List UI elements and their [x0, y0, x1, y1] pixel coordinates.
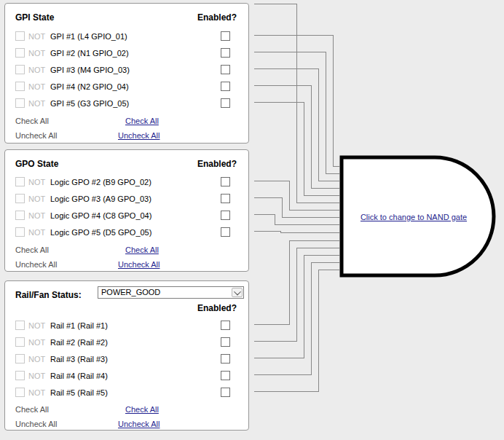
- rail-row-2: NOT Rail #2 (Rail #2): [5, 334, 248, 350]
- gpo-enabled-header: Enabled?: [197, 159, 237, 169]
- rail-row-1: NOT Rail #1 (Rail #1): [5, 317, 248, 334]
- gpo-5-not-label: NOT: [28, 228, 45, 237]
- gpi-3-enabled-checkbox[interactable]: [221, 65, 230, 74]
- gpo-3-enabled-checkbox[interactable]: [221, 194, 230, 203]
- gpi-2-enabled-checkbox[interactable]: [221, 48, 230, 58]
- rail-5-label: Rail #5 (Rail #5): [50, 388, 108, 397]
- rail-1-not-checkbox: [15, 321, 25, 330]
- gpi-enabled-check-all-link[interactable]: Check All: [125, 115, 159, 127]
- rail-enabled-uncheck-all-link[interactable]: Uncheck All: [118, 418, 160, 430]
- gpi-row-1: NOT GPI #1 (L4 GPIO_01): [5, 28, 248, 44]
- gpo-4-not-label: NOT: [28, 211, 45, 220]
- gpo-2-label: Logic GPO #2 (B9 GPO_02): [50, 178, 151, 186]
- rail-enabled-header: Enabled?: [197, 303, 237, 313]
- wire-gpo-4: [254, 214, 339, 224]
- gpi-2-label: GPI #2 (N1 GPIO_02): [50, 49, 129, 58]
- gpo-3-not-checkbox: [15, 194, 25, 203]
- gpio-logic-config-screen: GPI State Enabled? NOT GPI #1 (L4 GPIO_0…: [0, 0, 504, 440]
- rail-row-3: NOT Rail #3 (Rail #3): [5, 350, 248, 367]
- gpo-uncheck-all-line: Uncheck All Uncheck All: [5, 259, 248, 270]
- gpi-4-enabled-checkbox[interactable]: [221, 82, 230, 91]
- rail-3-not-checkbox: [15, 354, 25, 364]
- wire-top: [254, 4, 339, 203]
- rail-5-enabled-checkbox[interactable]: [221, 388, 230, 397]
- gpi-5-not-checkbox: [15, 98, 25, 108]
- rail-4-label: Rail #4 (Rail #4): [50, 372, 108, 380]
- rail-not-uncheck-all-label: Uncheck All: [15, 418, 57, 430]
- rail-status-dropdown[interactable]: POWER_GOOD: [98, 286, 244, 299]
- gpi-5-not-label: NOT: [28, 99, 45, 108]
- rail-3-enabled-checkbox[interactable]: [221, 354, 230, 364]
- gpi-3-not-label: NOT: [28, 66, 45, 74]
- gpo-state-panel: GPO State Enabled? NOT Logic GPO #2 (B9 …: [4, 149, 249, 272]
- rail-2-not-label: NOT: [28, 338, 45, 347]
- rail-fan-status-panel: Rail/Fan Status: POWER_GOOD Enabled? NOT…: [4, 280, 249, 431]
- rail-4-not-checkbox: [15, 371, 25, 380]
- rail-enabled-check-all-link[interactable]: Check All: [125, 404, 159, 415]
- gpi-1-label: GPI #1 (L4 GPIO_01): [50, 32, 127, 41]
- gpi-panel-title: GPI State: [15, 12, 54, 23]
- rail-1-not-label: NOT: [28, 321, 45, 330]
- gpi-not-check-all-label: Check All: [15, 115, 49, 127]
- gpo-4-not-checkbox: [15, 211, 25, 220]
- rail-row-5: NOT Rail #5 (Rail #5): [5, 384, 248, 401]
- gpi-1-not-checkbox: [15, 31, 25, 41]
- gpi-enabled-header: Enabled?: [197, 12, 237, 23]
- gpo-3-label: Logic GPO #3 (A9 GPO_03): [50, 195, 151, 203]
- rail-1-enabled-checkbox[interactable]: [221, 321, 230, 330]
- gpo-panel-title: GPO State: [15, 159, 58, 169]
- gpo-2-not-label: NOT: [28, 178, 45, 186]
- gpo-2-enabled-checkbox[interactable]: [221, 177, 230, 186]
- wire-gpo-5: [254, 231, 339, 232]
- wire-rail-2: [254, 248, 339, 341]
- gpi-enabled-uncheck-all-link[interactable]: Uncheck All: [118, 130, 160, 141]
- gpi-4-not-checkbox: [15, 82, 25, 91]
- gpo-enabled-uncheck-all-link[interactable]: Uncheck All: [118, 259, 160, 270]
- rail-2-label: Rail #2 (Rail #2): [50, 338, 108, 347]
- gpo-2-not-checkbox: [15, 177, 25, 186]
- gpi-4-not-label: NOT: [28, 82, 45, 91]
- gpo-row-3: NOT Logic GPO #3 (A9 GPO_03): [5, 190, 248, 207]
- rail-uncheck-all-line: Uncheck All Uncheck All: [5, 418, 248, 430]
- gpo-5-label: Logic GPO #5 (D5 GPO_05): [50, 228, 151, 237]
- gpi-4-label: GPI #4 (N2 GPIO_04): [50, 82, 129, 91]
- gpi-5-label: GPI #5 (G3 GPIO_05): [50, 99, 129, 108]
- gpo-check-all-line: Check All Check All: [5, 244, 248, 256]
- gpi-check-all-line: Check All Check All: [5, 115, 248, 127]
- change-gate-type-link[interactable]: Click to change to NAND gate: [361, 213, 467, 221]
- gpi-5-enabled-checkbox[interactable]: [221, 98, 230, 108]
- gpi-3-not-checkbox: [15, 65, 25, 74]
- rail-5-not-checkbox: [15, 388, 25, 397]
- rail-panel-title: Rail/Fan Status:: [15, 290, 82, 300]
- rail-3-not-label: NOT: [28, 355, 45, 364]
- gpo-3-not-label: NOT: [28, 195, 45, 203]
- gpi-1-enabled-checkbox[interactable]: [221, 31, 230, 41]
- rail-2-not-checkbox: [15, 337, 25, 347]
- gpi-state-panel: GPI State Enabled? NOT GPI #1 (L4 GPIO_0…: [4, 3, 249, 144]
- rail-status-dropdown-value: POWER_GOOD: [101, 288, 160, 297]
- gpi-not-uncheck-all-label: Uncheck All: [15, 130, 57, 141]
- rail-not-check-all-label: Check All: [15, 404, 49, 415]
- gpo-5-not-checkbox: [15, 227, 25, 237]
- gpi-2-not-checkbox: [15, 48, 25, 58]
- gpo-not-check-all-label: Check All: [15, 244, 49, 256]
- gpi-uncheck-all-line: Uncheck All Uncheck All: [5, 130, 248, 141]
- rail-5-not-label: NOT: [28, 388, 45, 397]
- gpo-enabled-check-all-link[interactable]: Check All: [125, 244, 159, 256]
- dropdown-arrow-button[interactable]: [232, 288, 243, 297]
- rail-row-4: NOT Rail #4 (Rail #4): [5, 367, 248, 384]
- gpi-3-label: GPI #3 (M4 GPIO_03): [50, 66, 130, 74]
- wires: [254, 4, 339, 391]
- gpo-5-enabled-checkbox[interactable]: [221, 227, 230, 237]
- chevron-down-icon: [234, 288, 241, 295]
- gpi-row-4: NOT GPI #4 (N2 GPIO_04): [5, 78, 248, 95]
- rail-4-enabled-checkbox[interactable]: [221, 371, 230, 380]
- gpi-row-5: NOT GPI #5 (G3 GPIO_05): [5, 95, 248, 111]
- gpi-2-not-label: NOT: [28, 49, 45, 58]
- gpo-row-5: NOT Logic GPO #5 (D5 GPO_05): [5, 224, 248, 240]
- gpo-4-enabled-checkbox[interactable]: [221, 211, 230, 220]
- rail-1-label: Rail #1 (Rail #1): [50, 321, 108, 330]
- gpo-4-label: Logic GPO #4 (C8 GPO_04): [50, 211, 151, 220]
- rail-check-all-line: Check All Check All: [5, 404, 248, 415]
- rail-2-enabled-checkbox[interactable]: [221, 337, 230, 347]
